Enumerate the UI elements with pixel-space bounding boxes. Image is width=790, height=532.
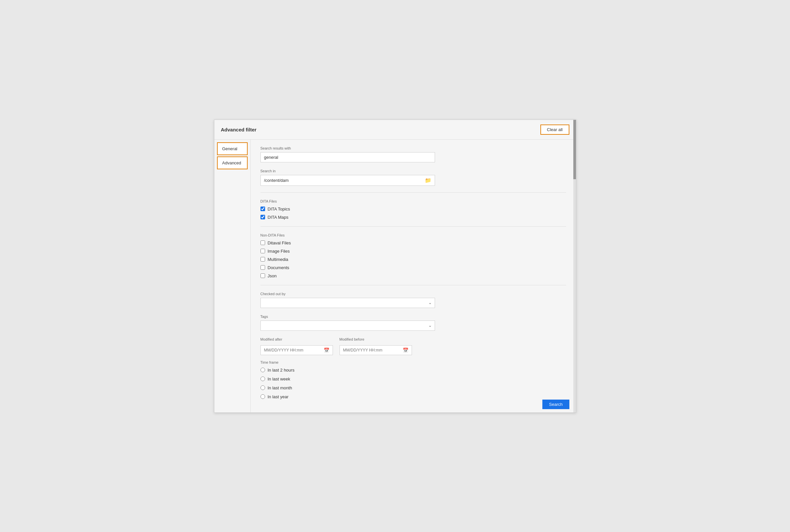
checked-out-by-label: Checked out by — [261, 292, 566, 296]
modified-after-label: Modified after — [261, 337, 333, 341]
timeframe-year-label[interactable]: In last year — [268, 394, 289, 399]
ditaval-label[interactable]: Ditaval Files — [268, 241, 291, 245]
modified-after-input[interactable] — [261, 345, 321, 355]
checked-out-by-wrapper: ⌄ — [261, 298, 435, 308]
json-item: Json — [261, 273, 566, 278]
dita-maps-checkbox[interactable] — [261, 215, 265, 220]
tags-wrapper: ⌄ — [261, 321, 435, 331]
dita-topics-item: DITA Topics — [261, 207, 566, 211]
ditaval-checkbox[interactable] — [261, 241, 265, 245]
modified-after-field: Modified after 📅 — [261, 337, 333, 355]
dita-maps-label[interactable]: DITA Maps — [268, 215, 288, 220]
dita-maps-item: DITA Maps — [261, 215, 566, 220]
search-in-label: Search in — [261, 169, 566, 173]
timeframe-week: In last week — [261, 377, 566, 381]
checked-out-by-section: Checked out by ⌄ — [261, 292, 566, 308]
tags-section: Tags ⌄ — [261, 315, 566, 331]
dialog-footer: Search — [536, 396, 576, 413]
documents-label[interactable]: Documents — [268, 265, 289, 270]
json-label[interactable]: Json — [268, 273, 276, 278]
folder-icon[interactable]: 📁 — [422, 175, 435, 186]
date-range-row: Modified after 📅 Modified before 📅 — [261, 337, 566, 355]
divider-2 — [261, 226, 566, 227]
dialog-body: General Advanced Search results with Sea… — [214, 140, 576, 413]
search-results-input[interactable] — [261, 152, 435, 163]
time-frame-label: Time frame — [261, 360, 566, 364]
dita-files-label: DITA Files — [261, 199, 566, 203]
modified-before-input[interactable] — [340, 345, 400, 355]
timeframe-2hours-label[interactable]: In last 2 hours — [268, 368, 295, 373]
modified-before-field: Modified before 📅 — [340, 337, 412, 355]
sidebar-item-general[interactable]: General — [217, 142, 248, 155]
timeframe-year: In last year — [261, 394, 566, 399]
dialog-header: Advanced filter Clear all — [214, 120, 576, 140]
timeframe-2hours: In last 2 hours — [261, 368, 566, 373]
search-in-section: Search in 📁 — [261, 169, 566, 186]
timeframe-week-label[interactable]: In last week — [268, 377, 290, 381]
multimedia-item: Multimedia — [261, 257, 566, 262]
ditaval-item: Ditaval Files — [261, 241, 566, 245]
search-button[interactable]: Search — [542, 400, 569, 409]
divider-1 — [261, 192, 566, 193]
main-content: Search results with Search in 📁 DITA Fil… — [251, 140, 576, 413]
json-checkbox[interactable] — [261, 273, 265, 278]
search-in-input[interactable] — [261, 175, 422, 185]
tags-select[interactable] — [261, 321, 435, 331]
timeframe-week-radio[interactable] — [261, 377, 265, 381]
dita-files-section: DITA Files DITA Topics DITA Maps — [261, 199, 566, 220]
dita-topics-checkbox[interactable] — [261, 207, 265, 211]
documents-checkbox[interactable] — [261, 265, 265, 270]
calendar-icon-after[interactable]: 📅 — [321, 345, 333, 355]
timeframe-2hours-radio[interactable] — [261, 368, 265, 372]
multimedia-label[interactable]: Multimedia — [268, 257, 288, 262]
modified-before-wrapper: 📅 — [340, 345, 412, 355]
dialog-title: Advanced filter — [221, 127, 256, 132]
image-files-checkbox[interactable] — [261, 249, 265, 253]
modified-before-label: Modified before — [340, 337, 412, 341]
dita-topics-label[interactable]: DITA Topics — [268, 207, 290, 211]
checked-out-by-select[interactable] — [261, 298, 435, 308]
time-frame-section: Time frame In last 2 hours In last week … — [261, 360, 566, 399]
sidebar-item-advanced[interactable]: Advanced — [217, 156, 248, 169]
scrollbar-track — [573, 120, 576, 413]
calendar-icon-before[interactable]: 📅 — [400, 345, 412, 355]
modified-after-wrapper: 📅 — [261, 345, 333, 355]
search-results-section: Search results with — [261, 146, 566, 163]
documents-item: Documents — [261, 265, 566, 270]
timeframe-month: In last month — [261, 385, 566, 391]
search-in-input-wrapper: 📁 — [261, 175, 435, 186]
divider-3 — [261, 285, 566, 285]
advanced-filter-dialog: Advanced filter Clear all General Advanc… — [214, 119, 576, 413]
timeframe-month-radio[interactable] — [261, 385, 265, 390]
tags-label: Tags — [261, 315, 566, 319]
multimedia-checkbox[interactable] — [261, 257, 265, 262]
clear-all-button[interactable]: Clear all — [540, 125, 570, 135]
sidebar: General Advanced — [214, 140, 251, 413]
timeframe-month-label[interactable]: In last month — [268, 385, 292, 391]
timeframe-year-radio[interactable] — [261, 394, 265, 399]
scrollbar-thumb[interactable] — [573, 120, 576, 179]
non-dita-files-label: Non-DITA Files — [261, 233, 566, 237]
image-files-label[interactable]: Image Files — [268, 249, 290, 254]
non-dita-files-section: Non-DITA Files Ditaval Files Image Files… — [261, 233, 566, 278]
image-files-item: Image Files — [261, 249, 566, 254]
search-results-label: Search results with — [261, 146, 566, 150]
